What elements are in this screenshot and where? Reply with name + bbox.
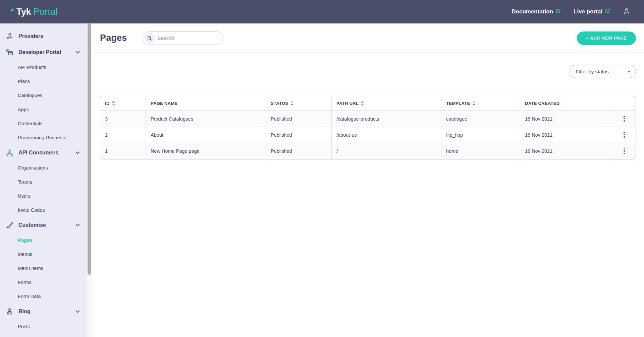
- sidebar-item-label: Customise: [18, 222, 46, 228]
- column-header-label: ID: [105, 101, 110, 106]
- page-title: Pages: [100, 33, 127, 43]
- sidebar-item-label: Plans: [18, 79, 30, 84]
- filter-by-status-dropdown[interactable]: Filter by status ▾: [570, 65, 636, 78]
- sidebar-scrollbar-thumb[interactable]: [88, 23, 91, 275]
- sidebar-item-label: Users: [18, 193, 31, 199]
- column-header-date-created: DATE CREATED: [520, 96, 611, 111]
- main-content: Pages + ADD NEW PAGE Filter by status ▾ …: [92, 23, 644, 337]
- sidebar-item-label: Organisations: [18, 165, 48, 171]
- cell-path-url: /catalogue-products: [332, 111, 441, 127]
- kebab-menu-icon[interactable]: [621, 131, 628, 139]
- column-header-template[interactable]: TEMPLATE: [441, 96, 520, 111]
- cell-template: home: [441, 143, 520, 159]
- sidebar-item-forms[interactable]: Forms: [0, 275, 87, 289]
- sidebar-item-label: Invite Codes: [18, 207, 45, 213]
- sort-icon: [361, 101, 364, 106]
- sidebar-item-apps[interactable]: Apps: [0, 103, 87, 117]
- cell-actions: [611, 143, 636, 159]
- developer-portal-icon: </>: [5, 48, 14, 57]
- sidebar-item-api-consumers[interactable]: API Consumers: [0, 145, 87, 161]
- column-header-label: STATUS: [271, 101, 288, 106]
- tyk-portal-logo[interactable]: Tyk Portal: [10, 7, 58, 17]
- table-row: 1New Home Page pagePublished/home18 Nov …: [100, 143, 636, 159]
- content-header: Pages + ADD NEW PAGE: [92, 23, 644, 53]
- svg-text:</>: </>: [9, 53, 12, 55]
- column-header-status[interactable]: STATUS: [266, 96, 332, 111]
- cell-status: Published: [266, 111, 332, 127]
- sidebar-item-developer-portal[interactable]: </>Developer Portal: [0, 44, 87, 60]
- sidebar-item-label: API Products: [18, 65, 46, 70]
- sidebar-item-plans[interactable]: Plans: [0, 74, 87, 88]
- sidebar-item-providers[interactable]: Providers: [0, 28, 87, 44]
- live-portal-link[interactable]: Live portal: [574, 8, 610, 15]
- sidebar-item-pages[interactable]: Pages: [0, 233, 87, 247]
- sidebar-item-label: Blog: [18, 309, 31, 315]
- sidebar-item-blog[interactable]: Blog: [0, 304, 87, 320]
- live-portal-link-label: Live portal: [574, 8, 602, 15]
- cell-id: 1: [100, 143, 146, 159]
- sidebar-item-label: API Consumers: [18, 150, 58, 156]
- cell-date-created: 18 Nov 2021: [520, 111, 611, 127]
- sidebar-item-invite-codes[interactable]: Invite Codes: [0, 203, 87, 217]
- sidebar-item-form-data[interactable]: Form Data: [0, 289, 87, 304]
- cell-status: Published: [266, 143, 332, 159]
- sidebar-scrollbar[interactable]: [87, 23, 92, 337]
- cell-id: 2: [100, 127, 146, 143]
- sidebar-item-label: Posts: [18, 324, 30, 329]
- sidebar-item-posts[interactable]: Posts: [0, 320, 87, 334]
- user-icon: [623, 7, 631, 16]
- tyk-leaf-icon: [10, 7, 14, 13]
- cell-path-url: /about-us: [332, 127, 441, 143]
- blog-icon: [5, 307, 14, 316]
- cell-path-url: /: [332, 143, 441, 159]
- search-icon: [145, 33, 155, 43]
- sidebar-item-api-products[interactable]: API Products: [0, 60, 87, 74]
- sidebar-item-teams[interactable]: Teams: [0, 175, 87, 189]
- kebab-menu-icon[interactable]: [621, 115, 628, 123]
- sidebar-item-catalogues[interactable]: Catalogues: [0, 88, 87, 103]
- sidebar-item-label: Pages: [18, 238, 32, 243]
- sidebar-item-credentials[interactable]: Credentials: [0, 117, 87, 131]
- sidebar-item-customise[interactable]: Customise: [0, 217, 87, 233]
- sidebar-item-organisations[interactable]: Organisations: [0, 161, 87, 175]
- providers-icon: [5, 32, 14, 41]
- sort-icon: [112, 101, 115, 106]
- sidebar-item-users[interactable]: Users: [0, 189, 87, 203]
- table-body: 3Product CataloguesPublished/catalogue-p…: [100, 111, 636, 159]
- table-row: 3Product CataloguesPublished/catalogue-p…: [100, 111, 636, 127]
- cell-actions: [611, 127, 636, 143]
- sidebar-item-menus[interactable]: Menus: [0, 247, 87, 261]
- sidebar-item-menu-items[interactable]: Menu Items: [0, 261, 87, 275]
- column-header-page-name: PAGE NAME: [146, 96, 266, 111]
- search-input[interactable]: [158, 35, 219, 41]
- cell-page-name: Product Catalogues: [146, 111, 266, 127]
- documentation-link-label: Documentation: [512, 8, 553, 15]
- search-box[interactable]: [143, 31, 223, 45]
- kebab-menu-icon[interactable]: [621, 147, 628, 155]
- add-new-page-button[interactable]: + ADD NEW PAGE: [577, 31, 636, 45]
- cell-date-created: 18 Nov 2021: [520, 143, 611, 159]
- sidebar-item-provisioning-requests[interactable]: Provisioning Requests: [0, 131, 87, 145]
- filter-by-status-label: Filter by status: [576, 69, 609, 74]
- sidebar-item-label: Developer Portal: [18, 49, 61, 55]
- pages-table: IDPAGE NAMESTATUSPATH URLTEMPLATEDATE CR…: [100, 96, 636, 159]
- column-header-label: PAGE NAME: [151, 101, 177, 106]
- sidebar-item-label: Menus: [18, 252, 33, 257]
- sidebar-item-label: Menu Items: [18, 266, 43, 271]
- sidebar-item-label: Catalogues: [18, 93, 42, 98]
- customise-icon: [5, 221, 14, 230]
- sidebar-item-label: Forms: [18, 280, 32, 285]
- user-menu-button[interactable]: [623, 7, 631, 16]
- column-header-label: PATH URL: [336, 101, 359, 106]
- sidebar-item-label: Teams: [18, 179, 32, 185]
- sort-icon: [290, 101, 293, 106]
- sort-icon: [473, 101, 476, 106]
- table-header-row: IDPAGE NAMESTATUSPATH URLTEMPLATEDATE CR…: [100, 96, 636, 111]
- chevron-down-icon: [75, 310, 80, 313]
- column-header-id[interactable]: ID: [100, 96, 146, 111]
- sidebar-item-label: Providers: [18, 33, 43, 39]
- logo-text-primary: Tyk: [16, 7, 31, 17]
- column-header-path-url[interactable]: PATH URL: [332, 96, 441, 111]
- sidebar-item-label: Credentials: [18, 121, 42, 126]
- documentation-link[interactable]: Documentation: [512, 8, 561, 15]
